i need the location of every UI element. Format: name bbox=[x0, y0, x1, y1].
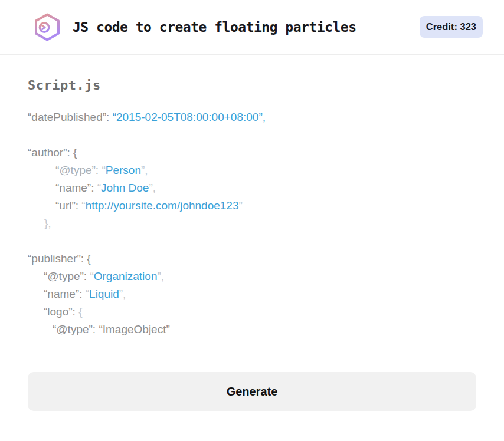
code-token: “2015-02-05T08:00:00+08:00”, bbox=[113, 111, 266, 123]
code-token: “@type”: “ImageObject” bbox=[53, 323, 170, 335]
code-output: “datePublished”: “2015-02-05T08:00:00+08… bbox=[28, 108, 476, 338]
code-token: Organization bbox=[94, 270, 158, 282]
code-token: : bbox=[76, 199, 82, 212]
code-token: “@type” bbox=[55, 164, 96, 176]
terminal-prompt-hexagon-icon bbox=[32, 12, 62, 42]
code-token: “name” bbox=[55, 182, 91, 194]
code-line: “name”: “Liquid”, bbox=[28, 285, 476, 303]
code-token: ”, bbox=[141, 164, 148, 176]
header: JS code to create floating particles Cre… bbox=[0, 0, 504, 55]
code-token: ”, bbox=[157, 270, 164, 282]
code-token: “author”: { bbox=[28, 146, 77, 159]
code-token: ”, bbox=[119, 288, 126, 300]
code-token: “name” bbox=[44, 288, 79, 300]
code-token: “url” bbox=[55, 199, 76, 212]
code-line: “@type”: “Person”, bbox=[28, 162, 476, 179]
page-title: JS code to create floating particles bbox=[73, 19, 356, 35]
code-token: : bbox=[91, 182, 97, 194]
code-token: : bbox=[96, 164, 102, 176]
code-line: }, bbox=[28, 215, 476, 232]
code-line: “@type”: “ImageObject” bbox=[28, 321, 476, 338]
code-line: “publisher”: { bbox=[28, 250, 476, 268]
code-token: : bbox=[73, 305, 79, 318]
code-token: Person bbox=[106, 164, 141, 176]
code-line bbox=[28, 232, 476, 250]
code-token: Liquid bbox=[89, 288, 119, 300]
code-line: “name”: “John Doe”, bbox=[28, 179, 476, 197]
credit-badge: Credit: 323 bbox=[420, 16, 483, 38]
code-token: “datePublished” bbox=[28, 111, 106, 123]
code-token: “publisher”: { bbox=[28, 252, 91, 265]
code-token: : bbox=[79, 288, 86, 300]
code-token: : bbox=[84, 270, 90, 282]
code-token: http://yoursite.com/johndoe123 bbox=[86, 199, 239, 212]
code-line: “@type”: “Organization”, bbox=[28, 268, 476, 285]
code-token: “logo” bbox=[44, 305, 73, 318]
code-token: : bbox=[106, 111, 113, 123]
code-token: ”, bbox=[149, 182, 156, 194]
filename-label: Script.js bbox=[28, 78, 476, 93]
main-content: Script.js “datePublished”: “2015-02-05T0… bbox=[0, 78, 504, 411]
generate-button[interactable]: Generate bbox=[28, 372, 476, 411]
code-line: “logo”: { bbox=[28, 303, 476, 321]
code-token: John Doe bbox=[101, 182, 149, 194]
code-line bbox=[28, 126, 476, 144]
code-token: ” bbox=[239, 199, 243, 212]
code-token: “@type” bbox=[44, 270, 84, 282]
code-line: “datePublished”: “2015-02-05T08:00:00+08… bbox=[28, 108, 476, 126]
code-token: }, bbox=[44, 217, 51, 229]
code-line: “url”: “http://yoursite.com/johndoe123” bbox=[28, 197, 476, 215]
code-token: { bbox=[78, 305, 82, 318]
code-line: “author”: { bbox=[28, 144, 476, 162]
